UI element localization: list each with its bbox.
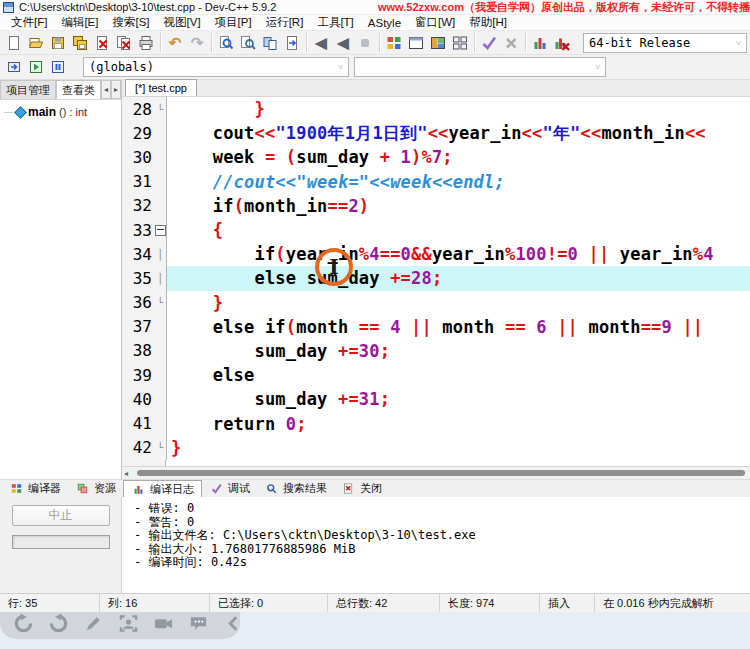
stop-icon[interactable] [354,32,376,54]
menu-帮助H[interactable]: 帮助[H] [462,15,514,30]
undo-icon[interactable]: ↶ [164,32,186,54]
bottom-tab-编译器[interactable]: 编译器 [2,480,68,497]
run-icon[interactable] [25,56,47,78]
toolbar-separator [160,33,161,52]
window-title: C:\Users\cktn\Desktop\3-10\test.cpp - De… [19,1,276,13]
close-file-icon[interactable] [91,32,113,54]
scroll-right-icon[interactable]: ▸ [111,80,121,99]
code-text: } [167,97,750,121]
toolbar-class-browser: (globals)˅˅ [0,55,750,80]
globals-select[interactable]: (globals)˅ [83,57,349,77]
code-line-42: 42└} [122,436,750,460]
editor-tab-testcpp[interactable]: [*] test.cpp [125,79,197,96]
code-line-30: 30 week = (sum_day + 1)%7; [122,145,750,169]
bottom-tab-编译日志[interactable]: 编译日志 [123,480,202,497]
bottom-tab-label: 调试 [228,481,250,496]
tab-check-icon [209,481,224,496]
find-icon[interactable] [215,32,237,54]
player-strip [0,612,750,649]
layout-window-icon[interactable] [405,32,427,54]
toolbar-separator [379,33,380,52]
sidebar-tab-classes[interactable]: 查看类 [56,80,101,99]
pen-icon[interactable] [82,615,104,637]
fold-marker [154,145,167,169]
line-number: 42 [122,436,154,460]
abort-compile-icon[interactable] [500,32,522,54]
layout-tiles-icon[interactable] [449,32,471,54]
bottom-tab-资源[interactable]: 资源 [68,480,123,497]
save-icon[interactable] [47,32,69,54]
layout-panes-icon[interactable] [427,32,449,54]
print-icon[interactable] [135,32,157,54]
code-text: sum_day +=30; [167,339,750,363]
collapse-icon[interactable] [222,615,244,637]
menu-搜索S[interactable]: 搜索[S] [105,15,156,30]
open-file-icon[interactable] [25,32,47,54]
line-number: 30 [122,145,154,169]
log-line: - 警告: 0 [134,516,750,530]
menu-运行R[interactable]: 运行[R] [259,15,311,30]
replace-icon[interactable] [259,32,281,54]
code-text: else if(month == 4 || month == 6 || mont… [167,315,750,339]
find-in-files-icon[interactable] [237,32,259,54]
fold-marker[interactable] [154,218,167,242]
layout-grid-icon[interactable] [383,32,405,54]
members-select[interactable]: ˅ [354,57,606,77]
click-indicator-ring: I [315,248,353,286]
menu-项目P[interactable]: 项目[P] [208,15,259,30]
goto-line-icon[interactable] [281,32,303,54]
menu-窗口W[interactable]: 窗口[W] [408,15,462,30]
new-file-icon[interactable] [3,32,25,54]
fold-marker [154,339,167,363]
screenshot-icon[interactable] [117,615,139,637]
chevron-down-icon: ˅ [595,62,600,72]
menu-视图V[interactable]: 视图[V] [157,15,208,30]
compile-check-icon[interactable] [478,32,500,54]
chat-icon[interactable] [187,615,209,637]
abort-button[interactable]: 中止 [12,505,110,526]
menu-工具T[interactable]: 工具[T] [310,15,360,30]
hscroll-thumb[interactable] [137,470,745,476]
forward-seek-icon[interactable] [47,615,69,637]
line-number: 36 [122,291,154,315]
delete-profile-icon[interactable] [551,32,573,54]
member-icon [14,106,27,119]
close-all-icon[interactable] [113,32,135,54]
line-number: 34 [122,242,154,266]
back-icon[interactable]: ◀ [310,32,332,54]
editor-hscrollbar[interactable]: ◂ [122,466,750,479]
scroll-left-icon[interactable]: ◂ [101,80,111,99]
tab-chart-icon [131,482,146,497]
tree-branch-line: — [4,107,13,117]
fold-marker [154,387,167,411]
code-text: if(month_in==2) [167,194,750,218]
redo-icon[interactable]: ↷ [186,32,208,54]
fold-marker: │ [154,266,167,290]
bottom-tab-搜索结果[interactable]: 搜索结果 [257,480,334,497]
pause-icon[interactable] [47,56,69,78]
build-target-select[interactable]: 64-bit Release˅ [583,33,747,53]
code-editor[interactable]: 28└ }29 cout<<"1900年1月1日到"<<year_in<<"年"… [122,97,750,466]
bottom-tab-关闭[interactable]: 关闭 [334,480,389,497]
status-segment-1: 列: 16 [100,594,210,612]
bottom-tab-label: 关闭 [360,481,382,496]
compile-icon[interactable] [3,56,25,78]
save-all-icon[interactable] [69,32,91,54]
main-area: 项目管理查看类◂▸ — main () : int [*] test.cpp 2… [0,80,750,479]
toolbar-main: ↶↷◀◀64-bit Release˅ [0,31,750,55]
line-number: 38 [122,339,154,363]
bottom-tab-label: 编译日志 [150,482,194,497]
camera-icon[interactable] [152,615,174,637]
ibeam-cursor-icon: I [329,255,338,279]
bottom-tab-调试[interactable]: 调试 [202,480,257,497]
rewind-icon[interactable] [12,615,34,637]
sidebar-tab-project[interactable]: 项目管理 [0,80,56,99]
profile-icon[interactable] [529,32,551,54]
menu-文件F[interactable]: 文件[F] [4,15,54,30]
menu-编辑E[interactable]: 编辑[E] [54,15,105,30]
menu-AStyle[interactable]: AStyle [361,17,408,29]
code-text: week = (sum_day + 1)%7; [167,145,750,169]
tree-item-main[interactable]: — main () : int [0,105,121,119]
scroll-left-arrow-icon[interactable]: ◂ [124,467,128,479]
forward-icon[interactable]: ◀ [332,32,354,54]
